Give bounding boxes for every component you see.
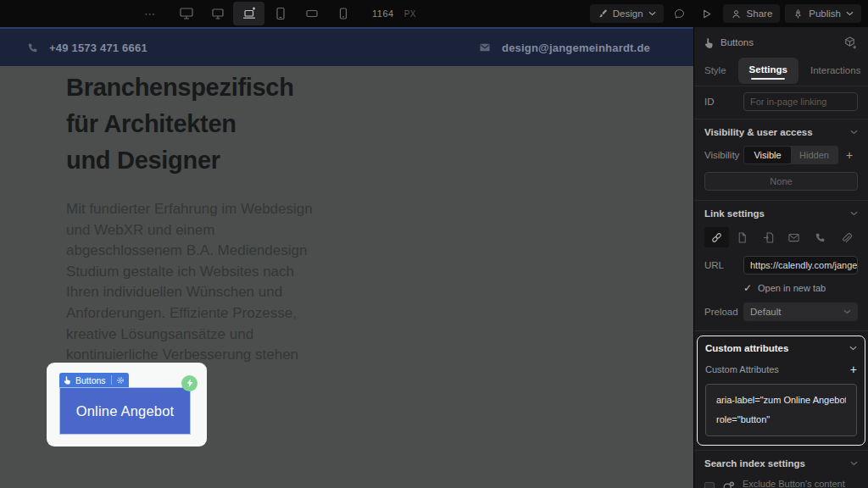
search-exclude-icon	[721, 480, 736, 488]
site-phone-link[interactable]: +49 1573 471 6661	[27, 29, 147, 66]
selected-element-tag-label: Buttons	[75, 375, 106, 385]
custom-attributes-label: Custom Attributes	[705, 364, 779, 374]
visibility-section: Visibility & user access Visibility Visi…	[694, 119, 868, 200]
link-icon	[710, 231, 723, 244]
link-type-page[interactable]	[731, 227, 755, 247]
designer-canvas: +49 1573 471 6661 design@jangemeinhardt.…	[0, 27, 693, 488]
divider	[694, 330, 868, 331]
design-mode-button[interactable]: Design	[590, 4, 664, 23]
exclude-search-checkbox[interactable]	[704, 482, 715, 488]
publish-button[interactable]: Publish	[785, 4, 861, 23]
visibility-none-button[interactable]: None	[704, 172, 858, 191]
comments-button[interactable]	[669, 4, 691, 23]
link-settings-section: Link settings URL https://calendly.com/j…	[694, 201, 868, 330]
url-label: URL	[704, 260, 743, 270]
settings-panel: Buttons Style Settings Interactions ID F…	[693, 27, 868, 488]
link-type-url[interactable]	[704, 227, 729, 247]
page-paragraph: Mit fundierter Erfahrung im Webdesign un…	[66, 199, 326, 386]
breakpoint-laptop-icon[interactable]	[233, 2, 264, 25]
breakpoint-mobile-portrait-icon[interactable]	[327, 2, 359, 25]
exclude-search-label: Exclude Button's content from site searc…	[743, 478, 856, 488]
visibility-hidden-option[interactable]: Hidden	[791, 147, 837, 164]
link-type-phone[interactable]	[808, 227, 832, 247]
page-icon	[736, 231, 748, 244]
chevron-down-icon[interactable]	[849, 346, 857, 351]
link-settings-title: Link settings	[704, 208, 765, 219]
online-angebot-button[interactable]: Online Angebot	[59, 387, 191, 435]
page-section-icon	[762, 231, 775, 244]
preview-play-button[interactable]	[696, 4, 718, 23]
bolt-icon	[186, 379, 193, 388]
canvas-width-value[interactable]: 1164	[372, 8, 394, 19]
create-component-icon[interactable]	[843, 36, 858, 50]
site-email-address: design@jangemeinhardt.de	[502, 42, 650, 54]
user-icon	[731, 8, 742, 19]
add-attribute-button[interactable]: +	[850, 363, 857, 376]
open-in-new-tab-label: Open in new tab	[758, 283, 826, 293]
element-hand-icon	[704, 37, 714, 48]
interaction-indicator[interactable]	[181, 375, 198, 391]
paperclip-icon	[839, 231, 852, 244]
check-icon: ✓	[743, 282, 752, 294]
chevron-down-icon	[846, 11, 854, 16]
link-type-page-section[interactable]	[756, 227, 781, 247]
preload-select[interactable]: Default	[743, 302, 858, 321]
chevron-down-icon	[843, 309, 851, 314]
attribute-list: aria-label="zum Online Angebot" role="bu…	[705, 384, 857, 436]
visibility-visible-option[interactable]: Visible	[744, 147, 791, 164]
envelope-icon	[787, 231, 800, 244]
share-button[interactable]: Share	[723, 4, 781, 23]
tab-style[interactable]: Style	[704, 65, 726, 75]
canvas-width-unit: PX	[404, 9, 416, 19]
element-settings-gear-icon[interactable]	[112, 376, 129, 385]
chevron-down-icon	[648, 11, 656, 16]
selection-highlight-card: Buttons Online Angebot	[47, 363, 207, 446]
phone-icon	[27, 42, 38, 53]
add-visibility-condition-button[interactable]: +	[841, 148, 858, 162]
overflow-menu[interactable]: ⋯	[144, 8, 157, 20]
chevron-down-icon[interactable]	[850, 461, 858, 466]
visibility-section-title: Visibility & user access	[704, 127, 813, 137]
chevron-down-icon[interactable]	[850, 130, 858, 135]
selected-element-name: Buttons	[721, 37, 754, 47]
site-contact-bar: +49 1573 471 6661 design@jangemeinhardt.…	[0, 27, 693, 66]
tab-interactions[interactable]: Interactions	[810, 65, 860, 75]
link-type-email[interactable]	[782, 227, 807, 247]
selected-element-tag[interactable]: Buttons	[59, 373, 129, 387]
search-index-title: Search index settings	[704, 458, 805, 469]
visibility-segmented-control: Visible Hidden	[743, 146, 838, 164]
breakpoint-mobile-landscape-icon[interactable]	[296, 2, 327, 25]
id-label: ID	[704, 97, 743, 107]
link-type-file[interactable]	[834, 227, 859, 247]
attribute-item[interactable]: aria-label="zum Online Angebot"	[716, 391, 846, 410]
breakpoint-tablet-icon[interactable]	[264, 2, 296, 25]
tab-settings[interactable]: Settings	[738, 58, 798, 84]
url-input[interactable]: https://calendly.com/jangeme	[743, 256, 858, 274]
rocket-icon	[793, 8, 804, 19]
id-input[interactable]: For in-page linking	[743, 92, 858, 111]
breakpoint-desktop-large-icon[interactable]	[170, 2, 202, 25]
custom-attributes-section-highlighted: Custom attributes Custom Attributes + ar…	[697, 336, 865, 446]
phone-icon	[815, 232, 826, 243]
site-phone-number: +49 1573 471 6661	[49, 42, 147, 54]
open-in-new-tab-checkbox[interactable]: ✓ Open in new tab	[743, 282, 858, 294]
visibility-label: Visibility	[704, 150, 743, 160]
brush-icon	[598, 8, 608, 19]
preload-label: Preload	[704, 307, 743, 317]
hand-cursor-icon	[64, 375, 71, 385]
site-email-link[interactable]: design@jangemeinhardt.de	[479, 29, 650, 66]
custom-attributes-title: Custom attributes	[705, 343, 788, 353]
email-icon	[479, 42, 491, 53]
attribute-item[interactable]: role="button"	[716, 410, 846, 430]
search-index-section: Search index settings Exclude Button's c…	[694, 451, 868, 488]
chevron-down-icon[interactable]	[850, 211, 858, 216]
page-heading: Branchenspezifisch für Architekten und D…	[66, 69, 354, 179]
breakpoint-desktop-icon[interactable]	[202, 2, 233, 25]
designer-toolbar: ⋯ 1164 PX Design	[0, 0, 868, 27]
